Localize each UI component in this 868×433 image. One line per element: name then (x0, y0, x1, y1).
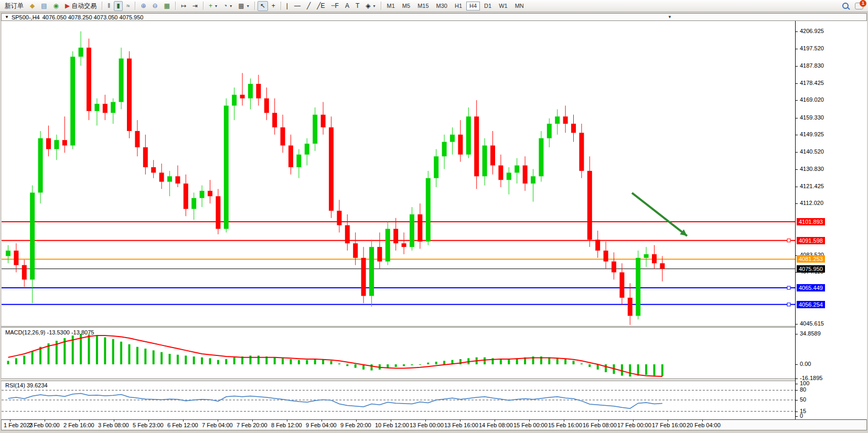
search-lens-icon (842, 3, 849, 9)
cursor-icon[interactable]: ↖ (258, 1, 268, 11)
timeframe-w1[interactable]: W1 (496, 2, 511, 10)
zoom-out-icon[interactable]: ⊖ (150, 1, 160, 11)
chat-bubble-icon: 1 (855, 3, 863, 9)
price-chart-canvas[interactable] (2, 21, 795, 326)
timeframe-h1[interactable]: H1 (452, 2, 465, 10)
zoom-in-icon[interactable]: ⊕ (138, 1, 148, 11)
time-label: 5 Feb 23:00 (133, 422, 164, 428)
timeframe-mn[interactable]: MN (512, 2, 527, 10)
macd-histogram-bar (120, 342, 122, 364)
time-tick-mark (356, 420, 357, 421)
candle-body (579, 133, 584, 171)
candle-body (434, 156, 438, 178)
axis-tick-mark (796, 412, 798, 412)
candle-body (103, 104, 108, 113)
axis-tick-mark (796, 400, 798, 400)
time-label: 16 Feb 08:00 (583, 422, 617, 428)
time-label: 13 Feb 00:00 (410, 422, 444, 428)
candle-body (410, 214, 414, 247)
macd-histogram-bar (621, 364, 623, 376)
line-handle[interactable] (787, 303, 790, 306)
time-tick-mark (148, 420, 149, 421)
trendline-icon[interactable]: ╱ (304, 1, 313, 11)
time-label: 7 Feb 04:00 (202, 422, 233, 428)
candle-body (604, 251, 608, 262)
time-label: 17 Feb 16:00 (652, 422, 686, 428)
new-order-button-label: 新订单 (5, 2, 24, 10)
symbol-dropdown-icon[interactable]: ▼ (5, 15, 9, 19)
vertical-line-icon[interactable]: | (284, 1, 291, 11)
time-label: 14 Feb 08:00 (479, 422, 513, 428)
timeframe-m1[interactable]: M1 (384, 2, 398, 10)
macd-histogram-bar (330, 361, 333, 364)
autotrading-button-label: 自动交易 (71, 2, 97, 10)
candle-body (458, 135, 463, 155)
chart-shift-marker[interactable]: ▼ (668, 15, 672, 19)
line-handle[interactable] (787, 239, 790, 242)
candle-body (612, 262, 616, 273)
axis-tick-mark (796, 203, 798, 204)
macd-histogram-bar (403, 364, 405, 366)
search-icon[interactable] (840, 1, 851, 11)
rsi-pane-canvas[interactable] (2, 381, 795, 419)
annotation-arrow[interactable] (632, 193, 687, 236)
axis-tick-mark (796, 66, 798, 67)
time-tick-mark (391, 420, 391, 421)
timeframe-m30[interactable]: M30 (433, 2, 451, 10)
timeframe-h4[interactable]: H4 (466, 2, 480, 10)
auto-scroll-icon[interactable]: ↦ (178, 1, 189, 11)
add-indicator-icon[interactable]: +▾ (206, 1, 220, 11)
candle-body (216, 196, 220, 229)
price-axis[interactable]: 4206.9254197.5204187.8304178.4254169.020… (795, 21, 867, 419)
market-watch-icon[interactable]: ◆ (27, 1, 37, 11)
channel-icon[interactable]: ╱E (314, 1, 327, 11)
signal-icon[interactable]: ◉ (51, 1, 61, 11)
macd-histogram-bar (193, 356, 195, 364)
candle-body (353, 243, 358, 258)
candle-body (272, 113, 277, 127)
bar-chart-icon[interactable]: ǁ (105, 1, 113, 11)
chevron-down-icon: ▾ (230, 4, 232, 8)
candle-body (62, 140, 67, 145)
chart-shift-icon[interactable]: ⇥ (190, 1, 200, 11)
chevron-down-icon: ▾ (247, 4, 249, 8)
timeframe-m5[interactable]: M5 (399, 2, 413, 10)
chart-title-bar[interactable]: ▼ SP500-,H4 4076.050 4078.250 4073.050 4… (1, 13, 867, 21)
time-axis[interactable]: 1 Feb 20232 Feb 00:002 Feb 16:003 Feb 08… (1, 419, 867, 430)
macd-histogram-bar (556, 358, 559, 364)
timeframe-d1[interactable]: D1 (481, 2, 495, 10)
fibonacci-icon[interactable]: ┄F (328, 1, 341, 11)
crosshair-icon: + (272, 3, 275, 9)
shapes-icon[interactable]: ◈▾ (363, 1, 378, 11)
toolbar-separator (175, 2, 176, 10)
macd-histogram-bar (31, 351, 34, 364)
navigator-icon[interactable]: ▤ (38, 1, 49, 11)
candle-body (208, 191, 212, 196)
textlabel-icon[interactable]: T (353, 1, 362, 11)
new-order-button[interactable]: 新订单 (2, 1, 26, 11)
line-chart-icon[interactable]: ≈ (124, 1, 133, 11)
text-icon[interactable]: A (342, 1, 352, 11)
autotrading-button[interactable]: ▶自动交易 (62, 1, 99, 11)
candle-body (393, 229, 398, 244)
candle-body (224, 105, 229, 229)
templates-icon[interactable]: ▩▾ (235, 1, 251, 11)
macd-histogram-bar (419, 364, 421, 365)
macd-indicator-label: MACD(12,26,9) -13.5300 -13.8075 (5, 329, 94, 335)
zoom-in-icon: ⊕ (141, 3, 146, 9)
candlestick-chart-icon[interactable]: ▮ (114, 1, 123, 11)
macd-pane-canvas[interactable] (2, 328, 795, 378)
horizontal-line-icon: — (294, 3, 301, 9)
notification-icon[interactable]: 1 (852, 1, 866, 11)
periods-icon[interactable]: ◔▾ (221, 1, 234, 11)
candle-body (94, 104, 99, 111)
time-label: 20 Feb 04:00 (687, 422, 721, 428)
tile-windows-icon[interactable]: ▦ (162, 1, 173, 11)
price-level-badge: 4056.254 (797, 301, 825, 308)
timeframe-m15[interactable]: M15 (414, 2, 432, 10)
crosshair-icon[interactable]: + (269, 1, 278, 11)
price-tick-label: 4130.830 (800, 166, 824, 172)
horizontal-line-icon[interactable]: — (292, 1, 303, 11)
time-label: 15 Feb 16:00 (548, 422, 582, 428)
line-handle[interactable] (787, 286, 790, 289)
